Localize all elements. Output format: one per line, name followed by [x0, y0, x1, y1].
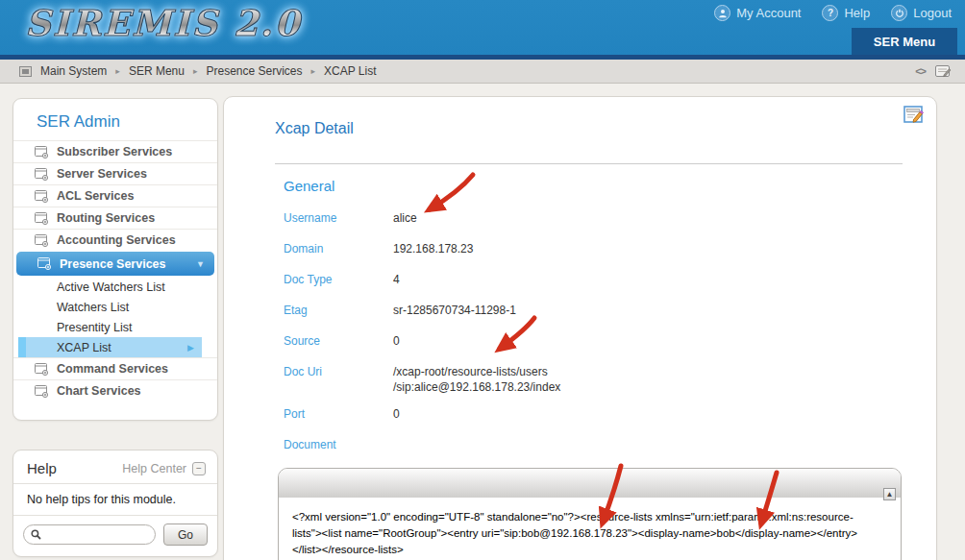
field-row-doc-type: Doc Type 4 — [284, 272, 870, 287]
sidebar-item-label: Accounting Services — [57, 233, 176, 247]
module-icon — [35, 168, 49, 181]
field-row-etag: Etag sr-1285670734-11298-1 — [284, 303, 870, 318]
search-icon — [31, 529, 41, 540]
field-row-doc-uri: Doc Uri /xcap-root/resource-lists/users … — [284, 364, 870, 395]
field-value: /xcap-root/resource-lists/users /sip:ali… — [393, 364, 560, 395]
sidebar-item-presentity-list[interactable]: Presentity List — [13, 317, 217, 337]
field-label: Source — [284, 333, 393, 349]
tab-ser-menu[interactable]: SER Menu — [852, 28, 957, 55]
sidebar-item-watchers-list[interactable]: Watchers List — [13, 297, 217, 317]
module-icon — [35, 212, 49, 225]
sidebar-item-accounting-services[interactable]: Accounting Services — [13, 229, 217, 251]
field-value: sr-1285670734-11298-1 — [393, 303, 516, 318]
field-row-port: Port 0 — [284, 406, 870, 422]
module-icon — [35, 385, 49, 398]
power-icon — [891, 5, 907, 21]
sidebar: SER Admin Subscriber Services Server Ser… — [12, 98, 218, 421]
chevron-right-icon: ▸ — [193, 66, 198, 76]
field-label: Port — [284, 406, 393, 422]
chevron-right-icon: ▸ — [115, 66, 120, 76]
logout-link[interactable]: Logout — [891, 5, 952, 21]
system-window-icon — [19, 66, 32, 77]
sidebar-item-presence-services[interactable]: Presence Services ▼ — [16, 252, 214, 276]
sidebar-item-label: Presentity List — [57, 321, 133, 334]
sidebar-item-subscriber-services[interactable]: Subscriber Services — [13, 140, 217, 162]
chevron-right-icon: ▸ — [311, 66, 316, 76]
breadcrumb-item-main-system[interactable]: Main System — [40, 64, 107, 78]
edit-record-icon[interactable] — [903, 106, 925, 129]
module-icon — [37, 257, 52, 270]
module-icon — [35, 234, 49, 247]
sidebar-item-active-watchers-list[interactable]: Active Watchers List — [13, 277, 217, 297]
xcap-detail-panel: Xcap Detail General Username alice Domai… — [223, 96, 937, 560]
search-input[interactable] — [46, 528, 148, 542]
go-button[interactable]: Go — [163, 523, 208, 546]
sidebar-item-server-services[interactable]: Server Services — [13, 162, 217, 184]
sidebar-item-label: Chart Services — [57, 384, 141, 398]
sidebar-item-routing-services[interactable]: Routing Services — [13, 207, 217, 229]
siremis-page: { "header": { "logo": "SIREMIS 2.0", "na… — [0, 0, 965, 560]
sidebar-item-acl-services[interactable]: ACL Services — [13, 184, 217, 207]
detail-fields: Username alice Domain 192.168.178.23 Doc… — [284, 210, 870, 468]
breadcrumb-item-presence-services[interactable]: Presence Services — [206, 64, 302, 78]
header-nav: My Account ? Help Logout — [714, 5, 952, 21]
sidebar-item-label: Routing Services — [57, 211, 155, 225]
field-row-source: Source 0 — [284, 333, 870, 349]
document-xml-text[interactable]: <?xml version="1.0" encoding="UTF-8" sta… — [279, 498, 901, 560]
help-link[interactable]: ? Help — [822, 5, 870, 21]
help-center-link[interactable]: Help Center — [122, 462, 186, 475]
field-label: Domain — [284, 241, 393, 256]
sidebar-item-label: Server Services — [57, 167, 147, 181]
caret-down-icon: ▼ — [196, 259, 205, 269]
compose-note-icon[interactable] — [935, 64, 952, 78]
field-row-document: Document — [284, 437, 870, 452]
help-panel-title: Help — [27, 460, 122, 476]
app-logo: SIREMIS 2.0 — [25, 2, 301, 44]
scroll-up-button[interactable]: ▲ — [883, 488, 896, 500]
sidebar-item-label: XCAP List — [57, 341, 111, 354]
breadcrumb-trail: Main System ▸ SER Menu ▸ Presence Servic… — [19, 64, 915, 78]
sidebar-item-label: Presence Services — [60, 257, 166, 271]
document-viewer: ▲ <?xml version="1.0" encoding="UTF-8" s… — [278, 468, 902, 560]
my-account-link[interactable]: My Account — [714, 5, 801, 21]
help-panel-header: Help Help Center − — [13, 450, 217, 484]
sidebar-item-label: Active Watchers List — [57, 280, 165, 294]
search-box[interactable] — [23, 524, 156, 545]
field-row-username: Username alice — [284, 210, 870, 226]
sidebar-item-label: Subscriber Services — [57, 145, 172, 158]
my-account-label: My Account — [736, 6, 801, 20]
field-value: alice — [393, 210, 417, 226]
sidebar-item-command-services[interactable]: Command Services — [13, 357, 217, 379]
document-viewer-header — [279, 469, 901, 498]
field-value: 0 — [393, 333, 400, 349]
app-header: SIREMIS 2.0 My Account ? Help Logout SER… — [0, 0, 965, 55]
logout-label: Logout — [913, 6, 952, 20]
breadcrumb: Main System ▸ SER Menu ▸ Presence Servic… — [0, 60, 965, 84]
question-icon: ? — [822, 5, 838, 21]
sidebar-item-xcap-list[interactable]: XCAP List ▶ — [18, 337, 202, 357]
code-icon[interactable]: <> — [915, 65, 926, 77]
sidebar-item-label: Command Services — [57, 362, 168, 376]
section-title-general: General — [284, 178, 334, 194]
sidebar-item-chart-services[interactable]: Chart Services — [13, 379, 217, 402]
breadcrumb-item-xcap-list[interactable]: XCAP List — [324, 64, 376, 78]
sidebar-title: SER Admin — [13, 112, 217, 132]
breadcrumb-item-ser-menu[interactable]: SER Menu — [129, 64, 185, 78]
field-value: 192.168.178.23 — [393, 241, 473, 256]
breadcrumb-actions: <> — [915, 64, 952, 78]
help-panel: Help Help Center − No help tips for this… — [12, 450, 218, 557]
caret-right-icon: ▶ — [187, 343, 194, 353]
user-icon — [714, 5, 730, 21]
help-tip-text: No help tips for this module. — [13, 484, 217, 516]
sidebar-item-label: Watchers List — [57, 301, 129, 314]
module-icon — [35, 363, 49, 376]
page-title: Xcap Detail — [275, 120, 354, 137]
field-label: Etag — [284, 303, 393, 318]
help-label: Help — [844, 6, 870, 20]
field-label: Doc Uri — [284, 364, 393, 395]
field-label: Doc Type — [284, 272, 393, 287]
module-icon — [35, 146, 49, 158]
field-row-domain: Domain 192.168.178.23 — [284, 241, 870, 256]
collapse-minus-icon[interactable]: − — [192, 462, 206, 475]
field-value: 0 — [393, 406, 400, 422]
